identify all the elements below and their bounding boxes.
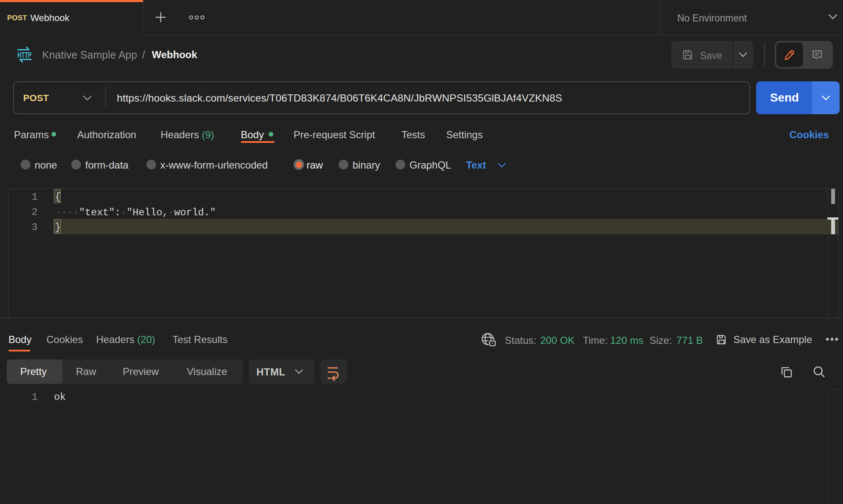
svg-text:HTTP: HTTP <box>17 51 32 59</box>
